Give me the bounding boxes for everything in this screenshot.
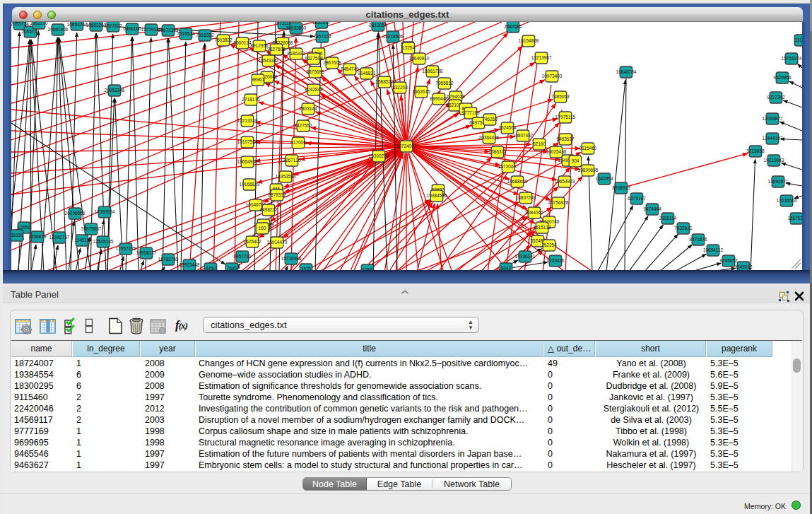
svg-text:12505135: 12505135	[93, 239, 114, 244]
svg-text:20691406: 20691406	[48, 27, 69, 32]
svg-text:12213967: 12213967	[531, 55, 552, 60]
svg-text:746266: 746266	[482, 117, 498, 122]
svg-text:9777169: 9777169	[461, 110, 480, 115]
svg-text:8990448: 8990448	[430, 96, 448, 101]
svg-text:8471676: 8471676	[689, 237, 707, 242]
svg-text:18807249: 18807249	[516, 195, 536, 200]
svg-text:16653267: 16653267	[67, 22, 88, 27]
svg-text:8427552: 8427552	[294, 123, 312, 128]
svg-text:9084067: 9084067	[525, 210, 543, 215]
svg-text:17359924: 17359924	[95, 209, 115, 214]
svg-text:19218506: 19218506	[383, 34, 404, 39]
svg-text:8878332: 8878332	[268, 192, 286, 197]
svg-text:9327508: 9327508	[305, 56, 323, 61]
svg-text:10973493: 10973493	[542, 74, 563, 78]
svg-text:8832037: 8832037	[312, 22, 331, 25]
svg-text:1963170: 1963170	[30, 22, 48, 25]
svg-text:12444157: 12444157	[763, 136, 783, 141]
svg-text:7516352: 7516352	[196, 33, 214, 37]
svg-text:2803144: 2803144	[299, 106, 317, 111]
svg-text:1167533: 1167533	[788, 216, 802, 221]
svg-text:9146821: 9146821	[358, 71, 376, 76]
svg-text:12942737: 12942737	[49, 235, 70, 240]
svg-text:6466160: 6466160	[123, 26, 141, 31]
svg-text:9245652: 9245652	[719, 258, 738, 263]
svg-text:12093877: 12093877	[763, 116, 783, 121]
svg-text:160: 160	[259, 226, 266, 230]
svg-text:7515524: 7515524	[177, 31, 195, 36]
svg-text:8454749: 8454749	[341, 66, 359, 71]
svg-text:2055724: 2055724	[11, 22, 29, 26]
svg-text:8660124: 8660124	[233, 40, 252, 45]
svg-text:16671355: 16671355	[158, 28, 179, 33]
svg-text:3875685: 3875685	[306, 69, 324, 74]
svg-text:7663822: 7663822	[214, 37, 233, 42]
svg-text:13254: 13254	[402, 45, 415, 50]
svg-text:16914479: 16914479	[267, 240, 288, 245]
svg-text:9474444: 9474444	[643, 206, 661, 211]
svg-text:2687682: 2687682	[504, 24, 522, 29]
svg-text:114519: 114519	[74, 238, 90, 243]
svg-text:15716485: 15716485	[281, 256, 302, 261]
svg-text:252254: 252254	[541, 243, 557, 247]
svg-text:7955812: 7955812	[435, 81, 454, 86]
svg-text:4498222: 4498222	[259, 207, 278, 212]
svg-text:19384554: 19384554	[427, 193, 447, 198]
svg-text:9227342: 9227342	[767, 95, 785, 100]
svg-text:62160: 62160	[533, 141, 546, 146]
svg-text:9115460: 9115460	[579, 146, 597, 151]
svg-text:8186323: 8186323	[287, 51, 305, 56]
svg-text:2935114: 2935114	[659, 216, 677, 221]
svg-text:20206556: 20206556	[65, 211, 86, 216]
svg-text:17016504: 17016504	[777, 198, 797, 203]
svg-text:3267130: 3267130	[283, 158, 301, 163]
svg-text:8813054: 8813054	[369, 23, 387, 28]
svg-text:19654935: 19654935	[237, 159, 258, 164]
svg-text:1588520: 1588520	[375, 79, 394, 84]
svg-text:98961: 98961	[252, 77, 264, 82]
svg-text:8912956: 8912956	[250, 43, 269, 48]
svg-text:39159: 39159	[11, 233, 23, 238]
svg-text:16648784: 16648784	[616, 69, 637, 74]
svg-text:18724007: 18724007	[396, 144, 417, 148]
svg-text:17957225: 17957225	[116, 246, 136, 251]
svg-text:14136141: 14136141	[515, 254, 536, 259]
svg-text:15300293: 15300293	[369, 153, 389, 158]
svg-text:9329966: 9329966	[773, 75, 792, 80]
svg-text:1615132: 1615132	[533, 225, 551, 230]
svg-text:832203: 832203	[392, 85, 408, 90]
svg-text:10210643: 10210643	[764, 158, 784, 163]
svg-text:2055724: 2055724	[21, 29, 40, 34]
svg-text:7632621: 7632621	[674, 226, 693, 230]
svg-text:1156819: 1156819	[29, 234, 47, 239]
svg-text:9827503: 9827503	[267, 47, 286, 52]
svg-text:9457791: 9457791	[233, 254, 252, 259]
svg-text:16154808: 16154808	[519, 38, 539, 43]
svg-text:10025438: 10025438	[546, 149, 567, 154]
svg-text:16033809: 16033809	[286, 25, 307, 30]
svg-text:15751074: 15751074	[782, 56, 802, 61]
svg-text:20053346: 20053346	[105, 88, 125, 93]
svg-text:7625402: 7625402	[243, 239, 261, 244]
svg-text:14353594: 14353594	[276, 174, 296, 179]
svg-text:10899695: 10899695	[578, 168, 599, 173]
svg-text:7485063: 7485063	[551, 94, 570, 99]
svg-text:12923448: 12923448	[180, 262, 200, 267]
svg-text:20756928: 20756928	[548, 200, 569, 205]
svg-text:10807487: 10807487	[513, 133, 534, 138]
svg-text:12213319: 12213319	[237, 118, 258, 123]
svg-text:16782759: 16782759	[158, 257, 179, 262]
svg-text:11124: 11124	[794, 37, 802, 42]
svg-text:15720407: 15720407	[498, 164, 519, 169]
svg-text:1640954: 1640954	[595, 176, 613, 181]
svg-text:1362615: 1362615	[412, 89, 430, 94]
svg-text:6794028: 6794028	[447, 94, 465, 99]
svg-text:2718176: 2718176	[242, 97, 260, 102]
svg-text:16961758: 16961758	[423, 69, 443, 74]
svg-text:19654923: 19654923	[555, 179, 575, 184]
svg-text:3215958: 3215958	[746, 148, 765, 153]
svg-text:2867608: 2867608	[323, 60, 341, 65]
svg-text:16640910: 16640910	[409, 56, 430, 61]
svg-text:19166829: 19166829	[240, 182, 260, 187]
svg-text:6379197: 6379197	[628, 196, 646, 201]
